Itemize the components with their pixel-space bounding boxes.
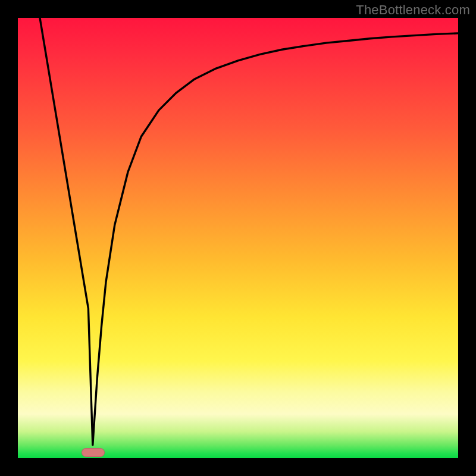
curve-path (40, 18, 458, 445)
chart-frame: TheBottleneck.com (0, 0, 476, 476)
watermark-text: TheBottleneck.com (356, 2, 470, 18)
plot-area (18, 18, 458, 458)
bottleneck-curve (18, 18, 458, 458)
optimal-marker (82, 448, 105, 457)
